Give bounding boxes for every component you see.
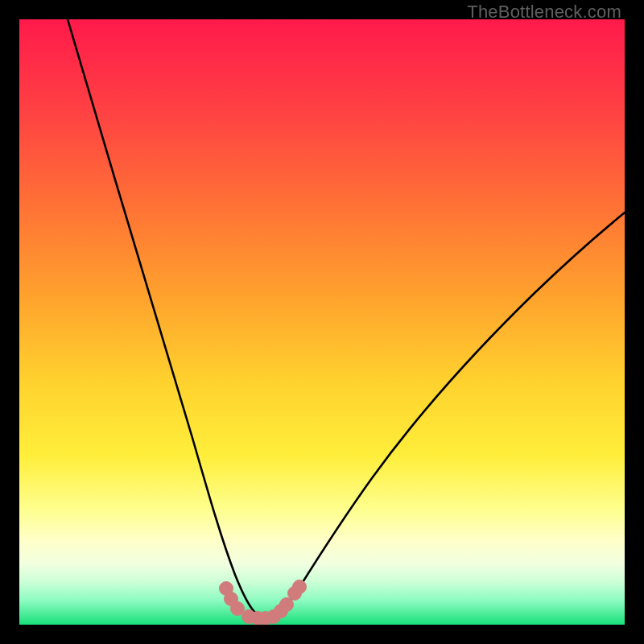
- gradient-background: [19, 19, 625, 625]
- chart-frame: [19, 19, 625, 625]
- watermark-text: TheBottleneck.com: [467, 2, 621, 23]
- bottleneck-chart: [19, 19, 625, 625]
- marker-dot: [280, 598, 294, 612]
- marker-dot: [293, 580, 307, 594]
- marker-dot: [231, 602, 245, 616]
